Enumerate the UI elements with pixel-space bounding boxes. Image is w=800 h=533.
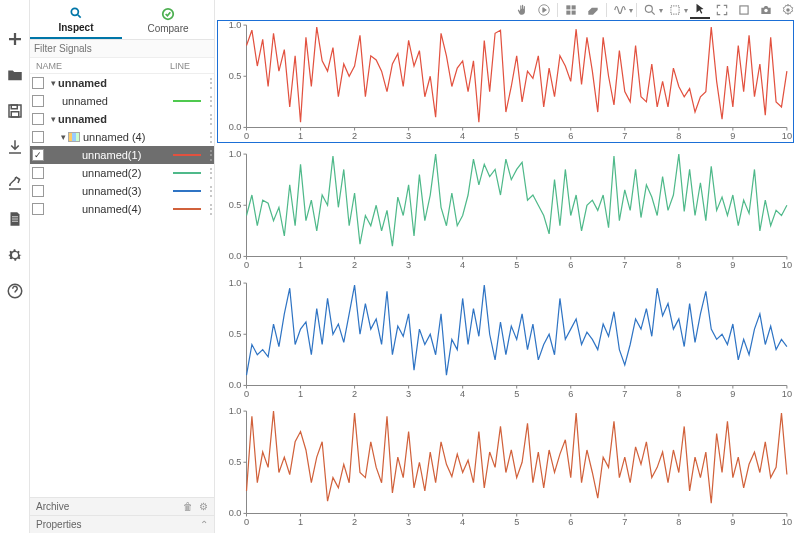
col-line: LINE [170, 61, 214, 71]
svg-text:8: 8 [676, 131, 681, 141]
properties-label: Properties [36, 519, 194, 530]
svg-text:9: 9 [730, 131, 735, 141]
svg-text:6: 6 [568, 259, 573, 269]
tree-signal[interactable]: unnamed(3) ⋮ [30, 182, 214, 200]
zoom-icon[interactable] [640, 1, 660, 19]
run-label: unnamed (4) [83, 131, 205, 143]
grid-icon[interactable] [561, 1, 581, 19]
svg-text:8: 8 [676, 259, 681, 269]
svg-rect-9 [566, 11, 570, 15]
more-icon[interactable]: ⋮ [205, 134, 213, 140]
svg-text:1.0: 1.0 [229, 407, 242, 416]
filter-input[interactable] [30, 40, 214, 57]
trash-icon[interactable]: 🗑 [183, 501, 193, 512]
hand-icon[interactable] [512, 1, 532, 19]
signal-icon[interactable] [610, 1, 630, 19]
gear-icon[interactable]: ⚙ [199, 501, 208, 512]
cursor-icon[interactable] [690, 1, 710, 19]
tree-run[interactable]: ▾ unnamed (4) ⋮ [30, 128, 214, 146]
svg-text:1.0: 1.0 [229, 279, 242, 288]
open-folder-button[interactable] [4, 64, 26, 86]
svg-text:3: 3 [406, 517, 411, 527]
check-icon [161, 6, 175, 22]
help-button[interactable] [4, 280, 26, 302]
checkbox[interactable] [32, 203, 44, 215]
tab-inspect-label: Inspect [58, 22, 93, 33]
subplot[interactable]: 0123456789100.00.51.0 [217, 278, 794, 401]
more-icon[interactable]: ⋮ [205, 188, 213, 194]
collapse-icon[interactable]: ▾ [48, 78, 58, 88]
filter-box [30, 40, 214, 58]
fit-icon[interactable] [665, 1, 685, 19]
chevron-up-icon: ⌃ [200, 519, 208, 530]
svg-text:1: 1 [298, 259, 303, 269]
signal-label: unnamed(3) [82, 185, 173, 197]
export-button[interactable] [4, 172, 26, 194]
more-icon[interactable]: ⋮ [205, 116, 213, 122]
checkbox[interactable] [32, 185, 44, 197]
more-icon[interactable]: ⋮ [205, 98, 213, 104]
svg-text:3: 3 [406, 131, 411, 141]
more-icon[interactable]: ⋮ [205, 206, 213, 212]
camera-icon[interactable] [756, 1, 776, 19]
svg-text:0.5: 0.5 [229, 458, 242, 468]
svg-text:4: 4 [460, 388, 465, 398]
svg-text:7: 7 [622, 131, 627, 141]
properties-section[interactable]: Properties ⌃ [30, 515, 214, 533]
more-icon[interactable]: ⋮ [205, 152, 213, 158]
signal-tree[interactable]: ▾ unnamed ⋮ unnamed ⋮ ▾ unnamed ⋮ ▾ unna… [30, 74, 214, 497]
add-button[interactable] [4, 28, 26, 50]
svg-text:7: 7 [622, 517, 627, 527]
svg-text:5: 5 [514, 388, 519, 398]
svg-text:4: 4 [460, 131, 465, 141]
document-button[interactable] [4, 208, 26, 230]
line-preview [173, 168, 201, 178]
svg-text:1: 1 [298, 388, 303, 398]
tree-signal[interactable]: unnamed(4) ⋮ [30, 200, 214, 218]
archive-section[interactable]: Archive 🗑 ⚙ [30, 497, 214, 515]
tree-signal[interactable]: unnamed(2) ⋮ [30, 164, 214, 182]
checkbox[interactable] [32, 77, 44, 89]
tree-group[interactable]: ▾ unnamed ⋮ [30, 74, 214, 92]
svg-text:6: 6 [568, 131, 573, 141]
collapse-icon[interactable]: ▾ [58, 132, 68, 142]
svg-text:5: 5 [514, 259, 519, 269]
tree-signal[interactable]: unnamed ⋮ [30, 92, 214, 110]
checkbox[interactable] [32, 167, 44, 179]
subplot[interactable]: 0123456789100.00.51.0 [217, 20, 794, 143]
column-header: NAME LINE [30, 58, 214, 74]
expand-icon[interactable] [712, 1, 732, 19]
svg-rect-8 [572, 5, 576, 9]
collapse-icon[interactable]: ▾ [48, 114, 58, 124]
group-label: unnamed [58, 113, 205, 125]
svg-point-11 [645, 5, 652, 12]
checkbox[interactable] [32, 131, 44, 143]
tab-inspect[interactable]: Inspect [30, 0, 122, 39]
checkbox[interactable] [32, 113, 44, 125]
tree-signal[interactable]: unnamed(1) ⋮ [30, 146, 214, 164]
settings-button[interactable] [4, 244, 26, 266]
svg-text:8: 8 [676, 388, 681, 398]
panel-tabs: Inspect Compare [30, 0, 214, 40]
svg-point-14 [764, 9, 768, 12]
gear-icon[interactable] [778, 1, 798, 19]
plot-grid[interactable]: 0123456789100.00.51.00123456789100.00.51… [215, 18, 800, 533]
tree-group[interactable]: ▾ unnamed ⋮ [30, 110, 214, 128]
maximize-icon[interactable] [734, 1, 754, 19]
subplot[interactable]: 0123456789100.00.51.0 [217, 149, 794, 272]
svg-rect-10 [572, 11, 576, 15]
save-button[interactable] [4, 100, 26, 122]
svg-text:6: 6 [568, 517, 573, 527]
group-label: unnamed [58, 77, 205, 89]
import-button[interactable] [4, 136, 26, 158]
clear-icon[interactable] [583, 1, 603, 19]
more-icon[interactable]: ⋮ [205, 170, 213, 176]
more-icon[interactable]: ⋮ [205, 80, 213, 86]
checkbox[interactable] [32, 149, 44, 161]
tab-compare[interactable]: Compare [122, 0, 214, 39]
checkbox[interactable] [32, 95, 44, 107]
play-icon[interactable] [534, 1, 554, 19]
plot-area: ▾ ▾ ▾ 0123456789100.00.51.00123456789100… [215, 0, 800, 533]
svg-text:0.0: 0.0 [229, 122, 242, 132]
subplot[interactable]: 0123456789100.00.51.0 [217, 406, 794, 529]
